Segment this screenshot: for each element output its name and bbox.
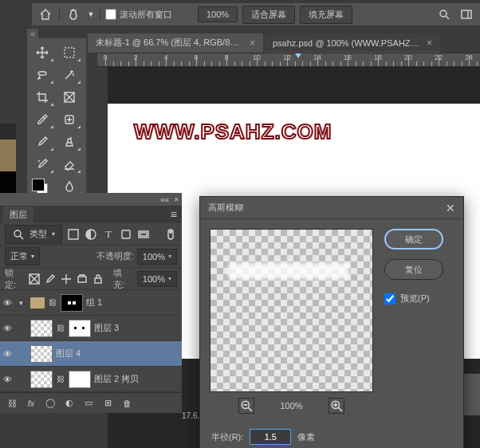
layer-kind-filter[interactable]: 类型 ▾ — [5, 225, 62, 244]
tab-layers[interactable]: 图层 — [3, 206, 33, 223]
filter-type-icon[interactable]: T — [102, 228, 115, 241]
filter-adjust-icon[interactable] — [85, 228, 97, 241]
filter-shape-icon[interactable] — [120, 228, 132, 241]
zoom-value[interactable]: 100% — [198, 6, 238, 22]
layer-name: 图层 3 — [94, 322, 119, 334]
layer-mask-thumb[interactable] — [69, 371, 91, 388]
dialog-preview[interactable] — [210, 229, 373, 392]
clone-stamp-tool[interactable] — [57, 132, 81, 151]
gaussian-blur-dialog: 高斯模糊 ✕ 100% 确定 复位 预览(P) 半径(R): 像素 — [199, 196, 464, 448]
dialog-titlebar[interactable]: 高斯模糊 ✕ — [200, 197, 463, 219]
svg-rect-14 — [78, 277, 86, 282]
visibility-eye-icon[interactable]: 👁 — [3, 375, 16, 384]
lock-all-icon[interactable] — [92, 273, 104, 285]
layer-row-selected[interactable]: 👁 图层 4 — [0, 341, 182, 367]
panel-menu-icon[interactable]: ≡ — [166, 208, 182, 221]
layer-fx-icon[interactable]: fx — [26, 399, 37, 408]
layer-thumbnail[interactable] — [30, 371, 53, 388]
options-chevron-icon[interactable]: ▼ — [87, 6, 95, 23]
fill-screen-button[interactable]: 填充屏幕 — [300, 6, 352, 24]
layer-mask-thumb[interactable] — [61, 294, 83, 312]
layer-name: 图层 4 — [56, 348, 81, 360]
scroll-all-windows-checkbox[interactable]: 滚动所有窗口 — [105, 9, 172, 21]
move-tool[interactable] — [30, 43, 54, 62]
filter-smart-icon[interactable] — [137, 228, 150, 241]
new-group-icon[interactable]: ▭ — [83, 398, 94, 408]
folder-icon — [30, 297, 45, 308]
close-icon[interactable]: × — [250, 37, 255, 49]
layers-filter-row: 类型 ▾ T — [0, 223, 182, 246]
blend-mode-label: 正常 — [10, 250, 28, 262]
mini-panel-swatch — [0, 140, 16, 171]
dialog-radius-row: 半径(R): 像素 — [200, 424, 463, 448]
marquee-tool[interactable] — [57, 43, 81, 62]
link-icon: ⛓ — [56, 320, 65, 337]
lock-transparent-icon[interactable] — [29, 273, 40, 285]
close-icon[interactable]: ✕ — [446, 202, 455, 214]
options-bar: ▼ 滚动所有窗口 100% 适合屏幕 填充屏幕 — [32, 3, 480, 26]
foreground-color-swatch[interactable] — [32, 179, 45, 191]
magic-wand-tool[interactable] — [57, 65, 81, 84]
fit-screen-button[interactable]: 适合屏幕 — [242, 6, 295, 24]
layer-row[interactable]: 👁 ⛓ 图层 3 — [0, 316, 182, 341]
eyedropper-tool[interactable] — [30, 110, 54, 129]
workspace-icon[interactable] — [458, 6, 475, 23]
layer-name: 图层 2 拷贝 — [94, 373, 139, 385]
delete-layer-icon[interactable]: 🗑 — [121, 399, 132, 408]
frame-tool[interactable] — [57, 88, 81, 107]
visibility-eye-icon[interactable]: 👁 — [3, 298, 16, 308]
visibility-eye-icon[interactable]: 👁 — [3, 349, 16, 359]
lock-artboard-icon[interactable] — [77, 273, 88, 285]
filter-toggle-switch[interactable] — [164, 228, 177, 241]
svg-rect-1 — [462, 10, 471, 18]
lock-image-icon[interactable] — [45, 273, 56, 285]
brush-tool[interactable] — [30, 132, 54, 151]
svg-rect-2 — [65, 48, 74, 57]
fill-label: 填充: — [113, 267, 132, 291]
layer-thumbnail[interactable] — [30, 320, 53, 337]
link-layers-icon[interactable]: ⛓ — [6, 399, 18, 408]
home-icon[interactable] — [37, 6, 54, 23]
tab-document-active-label: 未标题-1 @ 66.7% (图层 4, RGB/8#) * — [96, 37, 243, 49]
new-adjustment-icon[interactable]: ◐ — [64, 398, 75, 408]
layers-footer: ⛓ fx ◯ ◐ ▭ ⊞ 🗑 — [0, 392, 182, 413]
expand-caret-icon[interactable]: ▾ — [19, 299, 27, 307]
tab-document-active[interactable]: 未标题-1 @ 66.7% (图层 4, RGB/8#) * × — [88, 33, 263, 53]
tab-document-inactive[interactable]: psahz.psd @ 100% (WWW.PSAHZ.CO... × — [265, 33, 440, 53]
radius-input[interactable] — [250, 429, 291, 445]
preview-checkbox[interactable]: 预览(P) — [384, 293, 443, 305]
history-brush-tool[interactable] — [30, 155, 54, 174]
new-layer-icon[interactable]: ⊞ — [102, 398, 113, 408]
lock-position-icon[interactable] — [61, 273, 72, 285]
visibility-eye-icon[interactable]: 👁 — [3, 324, 16, 333]
layer-row[interactable]: 👁 ⛓ 图层 2 拷贝 — [0, 367, 182, 392]
toolbox-collapse-icon[interactable]: « — [27, 29, 38, 38]
add-mask-icon[interactable]: ◯ — [45, 398, 56, 408]
hand-tool-icon[interactable] — [65, 6, 82, 23]
layer-thumbnail[interactable] — [30, 345, 53, 363]
opacity-value[interactable]: 100%▾ — [137, 249, 177, 265]
collapse-icon[interactable]: «« — [160, 195, 169, 204]
close-icon[interactable]: × — [174, 195, 179, 204]
layer-mask-thumb[interactable] — [69, 320, 91, 337]
dialog-zoom-bar: 100% — [238, 397, 344, 415]
lasso-tool[interactable] — [30, 65, 54, 84]
fill-value[interactable]: 100%▾ — [137, 271, 177, 287]
zoom-out-button[interactable] — [238, 398, 254, 414]
reset-button[interactable]: 复位 — [384, 259, 443, 280]
search-icon — [12, 228, 25, 241]
radius-unit: 像素 — [297, 431, 315, 443]
filter-pixel-icon[interactable] — [67, 228, 80, 241]
document-tabs: 未标题-1 @ 66.7% (图层 4, RGB/8#) * × psahz.p… — [88, 30, 480, 53]
layer-row-group[interactable]: 👁 ▾ ⛓ 组 1 — [0, 290, 182, 316]
svg-rect-10 — [140, 233, 147, 236]
zoom-in-button[interactable] — [329, 398, 344, 414]
eraser-tool[interactable] — [57, 155, 81, 174]
ok-button[interactable]: 确定 — [384, 229, 443, 250]
healing-brush-tool[interactable] — [57, 110, 81, 129]
blend-mode-select[interactable]: 正常 ▾ — [5, 247, 40, 265]
close-icon[interactable]: × — [427, 37, 432, 49]
svg-point-5 — [14, 230, 21, 237]
search-icon[interactable] — [435, 6, 453, 23]
crop-tool[interactable] — [30, 88, 54, 107]
